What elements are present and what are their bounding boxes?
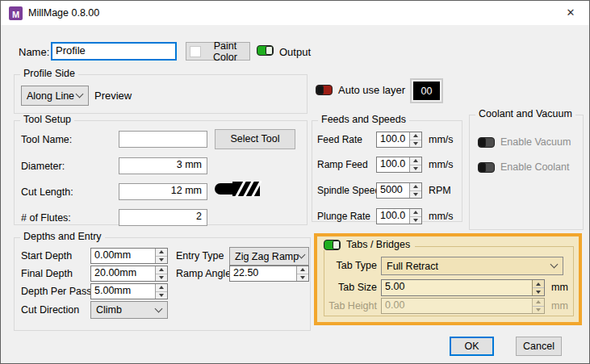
tab-type-value: Full Retract — [387, 261, 438, 272]
spin-up-icon[interactable] — [410, 132, 421, 140]
spindle-speed-unit: RPM — [429, 185, 451, 196]
spin-down-icon[interactable] — [410, 217, 421, 224]
feeds-speeds-group: Feeds and Speeds Feed Rate 100.0 mm/s Ra… — [312, 120, 462, 222]
output-label: Output — [279, 46, 311, 58]
cut-direction-label: Cut Direction — [21, 304, 79, 316]
profile-side-value: Along Line — [27, 90, 74, 102]
spin-up-icon[interactable] — [156, 249, 167, 257]
feeds-speeds-group-label: Feeds and Speeds — [318, 114, 409, 125]
profile-side-select[interactable]: Along Line — [21, 86, 89, 106]
plunge-rate-spinner[interactable]: 100.0 — [376, 208, 422, 224]
spin-down-icon[interactable] — [156, 292, 167, 299]
plunge-rate-label: Plunge Rate — [317, 211, 370, 222]
cut-length-label: Cut Length: — [21, 186, 73, 198]
end-mill-icon — [215, 181, 262, 197]
depths-entry-group-label: Depths and Entry — [20, 231, 105, 242]
plunge-rate-unit: mm/s — [429, 211, 454, 222]
spin-up-icon[interactable] — [533, 280, 544, 288]
tabs-bridges-highlight: Tabs / Bridges Tab Type Full Retract Tab… — [314, 233, 582, 325]
depth-per-pass-spinner[interactable]: 5.00mm — [90, 283, 168, 299]
flutes-input[interactable]: 2 — [119, 209, 207, 226]
cut-direction-select[interactable]: Climb — [90, 301, 168, 319]
entry-type-select[interactable]: Zig Zag Ramp — [229, 247, 309, 266]
spin-down-icon[interactable] — [410, 140, 421, 148]
spindle-speed-label: Spindle Speed — [317, 185, 380, 196]
spin-up-icon — [533, 299, 544, 307]
tab-size-spinner[interactable]: 5.00 — [381, 279, 545, 296]
depths-entry-group: Depths and Entry Start Depth 0.00mm Fina… — [14, 237, 311, 331]
tab-size-value: 5.00 — [382, 280, 532, 295]
ramp-angle-spinner[interactable]: 22.50 — [229, 266, 309, 282]
spin-up-icon[interactable] — [410, 157, 421, 165]
tabs-bridges-label: Tabs / Bridges — [346, 239, 410, 250]
enable-coolant-toggle[interactable] — [478, 162, 495, 173]
ramp-feed-spinner[interactable]: 100.0 — [376, 157, 422, 173]
tool-name-input[interactable] — [119, 131, 207, 148]
diameter-input[interactable]: 3 mm — [119, 157, 207, 174]
spin-up-icon[interactable] — [156, 266, 167, 274]
tab-height-label: Tab Height — [320, 300, 377, 312]
chevron-down-icon — [155, 304, 163, 312]
feed-rate-value: 100.0 — [377, 132, 409, 147]
close-icon[interactable] — [552, 1, 589, 25]
start-depth-spinner[interactable]: 0.00mm — [90, 248, 168, 264]
depth-per-pass-value: 5.00mm — [91, 284, 155, 299]
spin-down-icon[interactable] — [156, 274, 167, 282]
ramp-feed-unit: mm/s — [429, 159, 454, 170]
feed-rate-spinner[interactable]: 100.0 — [376, 132, 422, 148]
toggle-knob — [316, 86, 324, 94]
tool-name-label: Tool Name: — [21, 134, 72, 145]
spin-up-icon[interactable] — [410, 209, 421, 217]
window-title: MillMage 0.8.00 — [28, 7, 99, 19]
spindle-speed-value: 5000 — [377, 183, 409, 198]
spin-down-icon — [533, 307, 544, 314]
spin-down-icon[interactable] — [533, 288, 544, 295]
profile-side-group: Profile Side Along Line Preview — [14, 74, 308, 114]
cut-direction-value: Climb — [96, 304, 122, 316]
paint-color-swatch — [190, 46, 201, 57]
auto-use-layer-label: Auto use layer — [338, 84, 405, 96]
toggle-knob — [333, 241, 340, 249]
auto-use-layer-toggle[interactable] — [316, 85, 333, 95]
output-toggle[interactable] — [257, 45, 274, 56]
tool-setup-group: Tool Setup Tool Name: Select Tool Diamet… — [14, 120, 308, 225]
toggle-knob — [266, 46, 273, 55]
coolant-vacuum-group-label: Coolant and Vacuum — [475, 108, 575, 119]
millmage-logo-icon — [9, 6, 23, 20]
ramp-angle-value: 22.50 — [230, 266, 296, 281]
feed-rate-label: Feed Rate — [317, 134, 362, 145]
final-depth-value: 20.00mm — [91, 266, 155, 281]
tab-height-value: 0.00 — [382, 299, 532, 313]
final-depth-spinner[interactable]: 20.00mm — [90, 266, 168, 282]
chevron-down-icon — [76, 90, 84, 98]
select-tool-button[interactable]: Select Tool — [215, 129, 295, 149]
tabs-bridges-toggle[interactable] — [324, 240, 341, 250]
chevron-down-icon — [550, 261, 559, 269]
spin-down-icon[interactable] — [410, 191, 421, 199]
ramp-feed-label: Ramp Feed — [317, 159, 368, 170]
tab-height-unit: mm — [551, 300, 568, 312]
cancel-button[interactable]: Cancel — [516, 337, 562, 356]
depth-per-pass-label: Depth Per Pass — [21, 286, 92, 297]
spin-down-icon[interactable] — [297, 274, 308, 282]
ok-button[interactable]: OK — [450, 337, 494, 356]
enable-vacuum-toggle[interactable] — [478, 137, 495, 148]
chevron-down-icon — [298, 251, 306, 259]
ramp-angle-label: Ramp Angle — [176, 268, 231, 279]
spin-up-icon[interactable] — [410, 183, 421, 191]
title-bar: MillMage 0.8.00 — [1, 1, 589, 25]
tab-type-select[interactable]: Full Retract — [381, 257, 563, 275]
spindle-speed-spinner[interactable]: 5000 — [376, 182, 422, 199]
spin-up-icon[interactable] — [297, 266, 308, 274]
name-input[interactable]: Profile — [51, 42, 177, 61]
plunge-rate-value: 100.0 — [377, 209, 409, 224]
cut-length-input[interactable]: 12 mm — [119, 183, 207, 200]
tabs-bridges-header: Tabs / Bridges — [322, 239, 415, 250]
spin-down-icon[interactable] — [410, 165, 421, 173]
spin-down-icon[interactable] — [156, 257, 167, 264]
paint-color-label: Paint Color — [204, 40, 246, 63]
spin-up-icon[interactable] — [156, 284, 167, 292]
paint-color-button[interactable]: Paint Color — [186, 42, 250, 61]
final-depth-label: Final Depth — [21, 268, 73, 279]
layer-color-box[interactable]: 00 — [410, 78, 443, 103]
